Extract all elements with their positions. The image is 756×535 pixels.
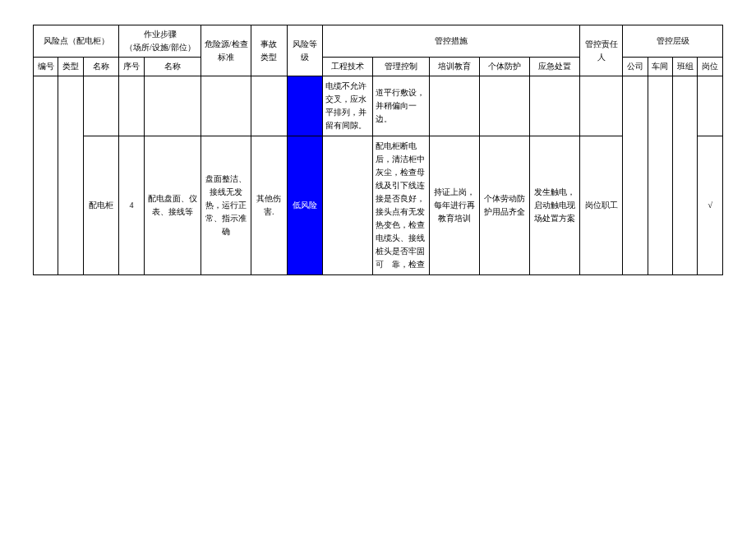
hdr-mgmt: 管理控制 — [372, 58, 430, 76]
hdr-emerg: 应急处置 — [530, 58, 580, 76]
cell-hazard — [201, 76, 251, 136]
cell-stepname: 配电盘面、仪表、接线等 — [144, 136, 201, 275]
cell-resp — [580, 76, 623, 136]
cell-ppe: 个体劳动防护用品齐全 — [480, 136, 530, 275]
cell-risklevel — [287, 76, 322, 136]
hdr-measures: 管控措施 — [323, 25, 580, 58]
table-header: 风险点（配电柜） 作业步骤 （场所/设施/部位） 危险源/检查 标准 事故 类型… — [34, 25, 723, 76]
cell-name: 配电柜 — [83, 136, 118, 275]
hdr-risk-point: 风险点（配电柜） — [34, 25, 119, 58]
cell-post — [698, 76, 723, 136]
hdr-number: 编号 — [34, 58, 58, 76]
cell-emerg — [530, 76, 580, 136]
cell-post: √ — [698, 136, 723, 275]
hdr-name: 名称 — [83, 58, 118, 76]
cell-mgmt: 配电柜断电后，清洁柜中灰尘，检查母线及引下线连接是否良好，接头点有无发热变色，检… — [372, 136, 430, 275]
hdr-resp: 管控责任人 — [580, 25, 623, 76]
cell-stepname — [144, 76, 201, 136]
cell-company — [623, 76, 648, 275]
hdr-level: 管控层级 — [623, 25, 723, 58]
cell-eng: 电缆不允许交叉，应水平排列，并留有间隙。 — [323, 76, 373, 136]
cell-train — [430, 76, 480, 136]
risk-table: 风险点（配电柜） 作业步骤 （场所/设施/部位） 危险源/检查 标准 事故 类型… — [33, 25, 723, 275]
hdr-ppe: 个体防护 — [480, 58, 530, 76]
hdr-post: 岗位 — [698, 58, 723, 76]
hdr-workshop: 车间 — [648, 58, 672, 76]
hdr-work-step: 作业步骤 （场所/设施/部位） — [119, 25, 201, 58]
hdr-hazard: 危险源/检查 标准 — [201, 25, 251, 76]
cell-emerg: 发生触电，启动触电现场处置方案 — [530, 136, 580, 275]
cell-mgmt: 道平行敷设，并稍偏向一边。 — [372, 76, 430, 136]
hdr-risklevel: 风险等级 — [287, 25, 322, 76]
cell-team — [673, 76, 698, 275]
hdr-type: 类型 — [58, 58, 83, 76]
table-row: 配电柜 4 配电盘面、仪表、接线等 盘面整洁、接线无发热，运行正常、指示准确 其… — [34, 136, 723, 275]
hdr-company: 公司 — [623, 58, 648, 76]
hdr-train: 培训教育 — [430, 58, 480, 76]
hdr-seq: 序号 — [119, 58, 144, 76]
table-body: 电缆不允许交叉，应水平排列，并留有间隙。 道平行敷设，并稍偏向一边。 配电柜 4… — [34, 76, 723, 275]
hdr-eng: 工程技术 — [323, 58, 373, 76]
cell-seq: 4 — [119, 136, 144, 275]
cell-number — [34, 76, 58, 275]
cell-risklevel: 低风险 — [287, 136, 322, 275]
cell-seq — [119, 76, 144, 136]
cell-resp: 岗位职工 — [580, 136, 623, 275]
hdr-team: 班组 — [673, 58, 698, 76]
cell-hazard: 盘面整洁、接线无发热，运行正常、指示准确 — [201, 136, 251, 275]
cell-type — [58, 76, 83, 275]
hdr-acctype: 事故 类型 — [251, 25, 287, 76]
cell-train: 持证上岗，每年进行再教育培训 — [430, 136, 480, 275]
table-row: 电缆不允许交叉，应水平排列，并留有间隙。 道平行敷设，并稍偏向一边。 — [34, 76, 723, 136]
cell-name — [83, 76, 118, 136]
cell-ppe — [480, 76, 530, 136]
cell-workshop — [648, 76, 672, 275]
cell-eng — [323, 136, 373, 275]
hdr-stepname: 名称 — [144, 58, 201, 76]
cell-acctype: 其他伤害. — [251, 136, 287, 275]
cell-acctype — [251, 76, 287, 136]
